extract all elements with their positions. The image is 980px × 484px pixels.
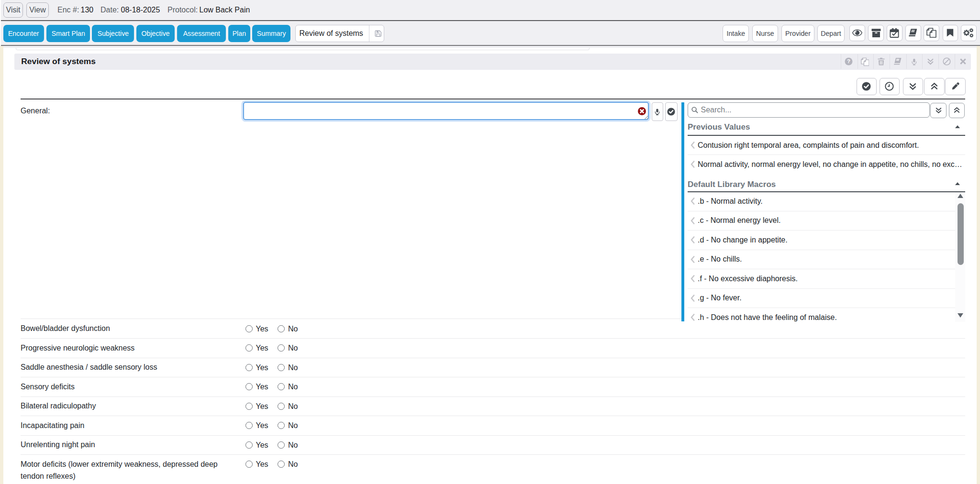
svg-text:?: ? [847, 59, 850, 65]
